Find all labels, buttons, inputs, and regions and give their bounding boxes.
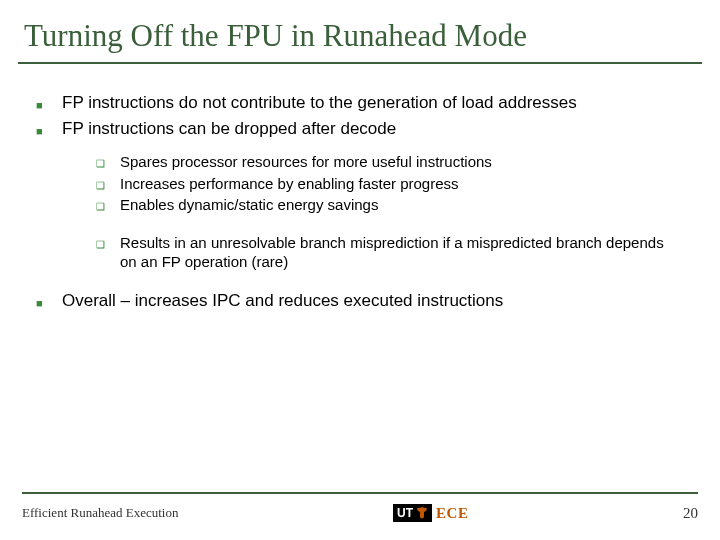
longhorn-icon — [416, 506, 428, 520]
sub-bullet-text: Enables dynamic/static energy savings — [120, 195, 684, 215]
slide-footer: Efficient Runahead Execution UT ECE 20 — [0, 482, 720, 540]
bullet-text: FP instructions do not contribute to the… — [62, 92, 684, 114]
bullet-item: ■ FP instructions do not contribute to t… — [36, 92, 684, 114]
page-number: 20 — [683, 505, 698, 522]
bullet-item: ■ Overall – increases IPC and reduces ex… — [36, 290, 684, 312]
bullet-item: ■ FP instructions can be dropped after d… — [36, 118, 684, 140]
ece-text: ECE — [436, 505, 468, 522]
square-bullet-icon: ■ — [36, 290, 62, 312]
slide-content: ■ FP instructions do not contribute to t… — [0, 64, 720, 312]
hollow-square-icon: ❑ — [96, 174, 120, 194]
ut-badge: UT — [393, 504, 432, 522]
sub-bullet-item: ❑ Enables dynamic/static energy savings — [96, 195, 684, 215]
sub-bullet-text: Spares processor resources for more usef… — [120, 152, 684, 172]
square-bullet-icon: ■ — [36, 92, 62, 114]
hollow-square-icon: ❑ — [96, 233, 120, 272]
sub-bullet-item: ❑ Results in an unresolvable branch misp… — [96, 233, 684, 272]
footer-caption: Efficient Runahead Execution — [22, 505, 178, 521]
ut-ece-logo: UT ECE — [393, 504, 468, 522]
sub-bullet-text: Results in an unresolvable branch mispre… — [120, 233, 684, 272]
sub-bullet-item: ❑ Spares processor resources for more us… — [96, 152, 684, 172]
sub-bullet-group: ❑ Spares processor resources for more us… — [96, 152, 684, 272]
square-bullet-icon: ■ — [36, 118, 62, 140]
hollow-square-icon: ❑ — [96, 152, 120, 172]
bullet-text: Overall – increases IPC and reduces exec… — [62, 290, 684, 312]
footer-divider — [22, 492, 698, 494]
sub-bullet-text: Increases performance by enabling faster… — [120, 174, 684, 194]
hollow-square-icon: ❑ — [96, 195, 120, 215]
slide-title: Turning Off the FPU in Runahead Mode — [0, 0, 720, 62]
sub-bullet-item: ❑ Increases performance by enabling fast… — [96, 174, 684, 194]
bullet-text: FP instructions can be dropped after dec… — [62, 118, 684, 140]
